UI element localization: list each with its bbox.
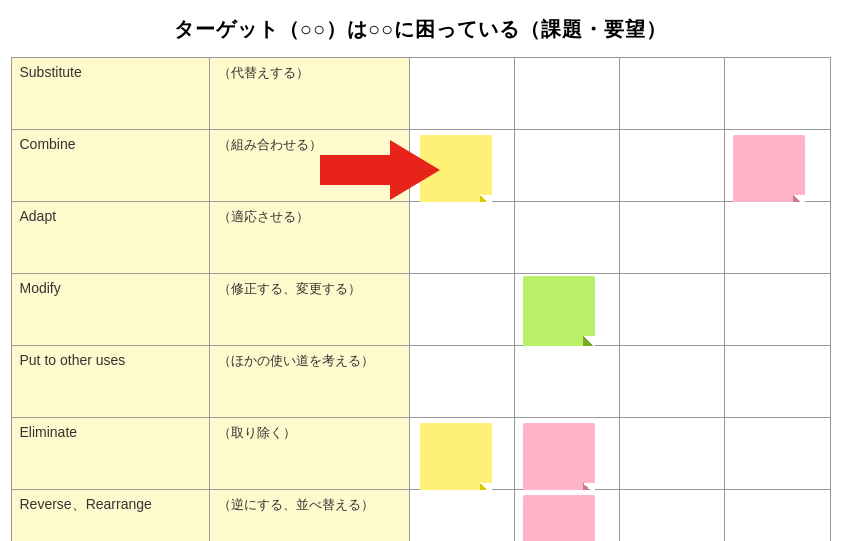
row-sublabel: （ほかの使い道を考える）	[209, 346, 409, 418]
table-cell	[514, 418, 619, 490]
table-cell	[409, 58, 514, 130]
table-cell	[620, 490, 725, 542]
sticky-note-pink	[523, 423, 595, 495]
table-cell	[620, 130, 725, 202]
table-row: Reverse、Rearrange（逆にする、並べ替える）	[11, 490, 830, 542]
scamper-table: Substitute（代替えする）Combine（組み合わせる） Adapt（適…	[11, 57, 831, 541]
table-row: Adapt（適応させる）	[11, 202, 830, 274]
sticky-note-yellow	[420, 135, 492, 207]
sticky-note-green	[523, 276, 595, 348]
table-row: Combine（組み合わせる）	[11, 130, 830, 202]
table-cell	[725, 346, 830, 418]
row-label: Put to other uses	[11, 346, 209, 418]
table-cell	[620, 58, 725, 130]
sticky-note-pink	[523, 495, 595, 541]
row-sublabel: （組み合わせる）	[209, 130, 409, 202]
table-cell	[725, 58, 830, 130]
row-label: Combine	[11, 130, 209, 202]
row-sublabel: （適応させる）	[209, 202, 409, 274]
table-cell	[409, 490, 514, 542]
row-label: Substitute	[11, 58, 209, 130]
row-sublabel: （修正する、変更する）	[209, 274, 409, 346]
table-cell	[409, 418, 514, 490]
table-row: Substitute（代替えする）	[11, 58, 830, 130]
table-row: Put to other uses（ほかの使い道を考える）	[11, 346, 830, 418]
table-cell	[620, 202, 725, 274]
table-cell	[514, 346, 619, 418]
table-cell	[514, 130, 619, 202]
sticky-note-yellow	[420, 423, 492, 495]
table-cell	[725, 274, 830, 346]
table-row: Eliminate（取り除く）	[11, 418, 830, 490]
table-cell	[409, 346, 514, 418]
table-cell	[409, 274, 514, 346]
table-cell	[514, 202, 619, 274]
row-sublabel: （取り除く）	[209, 418, 409, 490]
row-label: Modify	[11, 274, 209, 346]
table-row: Modify（修正する、変更する）	[11, 274, 830, 346]
sticky-note-pink	[733, 135, 805, 207]
table-cell	[514, 58, 619, 130]
row-label: Eliminate	[11, 418, 209, 490]
row-label: Adapt	[11, 202, 209, 274]
row-sublabel: （代替えする）	[209, 58, 409, 130]
table-cell	[409, 130, 514, 202]
page-title: ターゲット（○○）は○○に困っている（課題・要望）	[174, 16, 667, 43]
table-cell	[725, 130, 830, 202]
table-cell	[725, 490, 830, 542]
row-sublabel: （逆にする、並べ替える）	[209, 490, 409, 542]
row-label: Reverse、Rearrange	[11, 490, 209, 542]
table-cell	[620, 418, 725, 490]
table-cell	[409, 202, 514, 274]
table-cell	[725, 202, 830, 274]
table-cell	[725, 418, 830, 490]
table-cell	[620, 346, 725, 418]
table-cell	[514, 490, 619, 542]
table-cell	[514, 274, 619, 346]
table-cell	[620, 274, 725, 346]
